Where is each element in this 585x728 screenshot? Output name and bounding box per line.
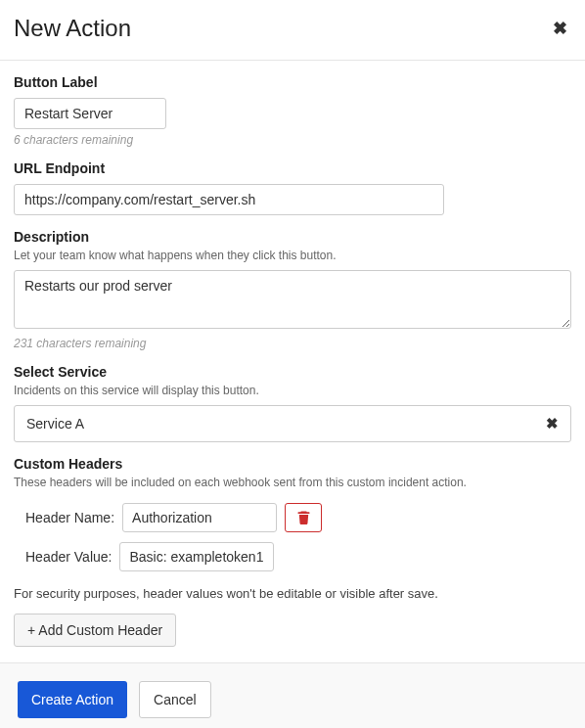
custom-headers-hint: These headers will be included on each w… [14, 476, 571, 489]
description-label: Description [14, 229, 571, 245]
select-service-group: Select Service Incidents on this service… [14, 364, 571, 442]
button-label-helper: 6 characters remaining [14, 133, 571, 147]
url-endpoint-label: URL Endpoint [14, 160, 571, 176]
header-name-label: Header Name: [25, 510, 114, 525]
cancel-button[interactable]: Cancel [139, 681, 211, 718]
header-value-input[interactable] [119, 542, 274, 571]
add-custom-header-button[interactable]: + Add Custom Header [14, 614, 176, 647]
header-value-row: Header Value: [25, 542, 571, 571]
header-name-row: Header Name: [25, 503, 571, 532]
button-label-group: Button Label 6 characters remaining [14, 74, 571, 147]
url-endpoint-input[interactable] [14, 184, 444, 215]
custom-headers-label: Custom Headers [14, 456, 571, 472]
security-note: For security purposes, header values won… [14, 586, 571, 601]
close-icon[interactable]: ✖ [549, 18, 571, 39]
description-group: Description Let your team know what happ… [14, 229, 571, 350]
modal-title: New Action [14, 15, 131, 42]
select-service-clear-icon[interactable]: ✖ [546, 415, 559, 432]
url-endpoint-group: URL Endpoint [14, 160, 571, 215]
description-hint: Let your team know what happens when the… [14, 249, 571, 262]
button-label-input[interactable] [14, 98, 166, 129]
trash-icon [297, 511, 310, 524]
description-input[interactable] [14, 270, 571, 329]
select-service-input[interactable]: Service A ✖ [14, 405, 571, 442]
delete-header-button[interactable] [285, 503, 322, 532]
header-name-input[interactable] [122, 503, 277, 532]
select-service-value: Service A [26, 416, 84, 432]
custom-headers-group: Custom Headers These headers will be inc… [14, 456, 571, 647]
select-service-hint: Incidents on this service will display t… [14, 384, 571, 397]
modal-body: Button Label 6 characters remaining URL … [0, 61, 585, 662]
modal-footer: Create Action Cancel [0, 662, 585, 728]
button-label-label: Button Label [14, 74, 571, 90]
header-value-label: Header Value: [25, 549, 112, 565]
description-helper: 231 characters remaining [14, 337, 571, 350]
modal-header: New Action ✖ [0, 0, 585, 61]
select-service-label: Select Service [14, 364, 571, 380]
create-action-button[interactable]: Create Action [18, 681, 127, 718]
